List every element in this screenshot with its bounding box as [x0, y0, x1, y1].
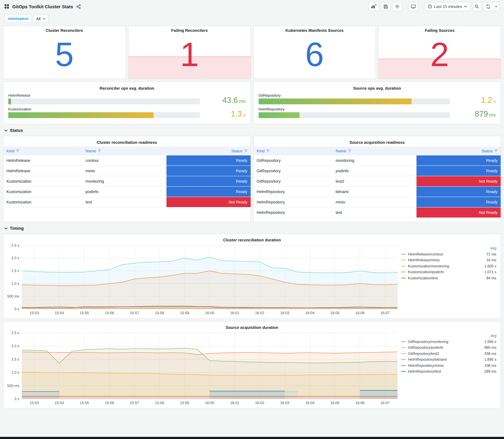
- svg-text:15:54: 15:54: [55, 311, 64, 315]
- status-badge: Ready: [417, 166, 501, 176]
- legend-item-gitrepository-podinfo[interactable]: GitRepository/podinfo980 ms: [401, 345, 497, 351]
- column-header-name[interactable]: Name: [83, 146, 166, 155]
- refresh-interval-button[interactable]: [493, 2, 500, 11]
- column-label: Status: [481, 149, 493, 153]
- time-picker-button[interactable]: Last 15 minutes: [424, 2, 470, 11]
- time-series-plot[interactable]: 15:5315:5415:5515:5615:5715:5815:5916:00…: [6, 330, 401, 406]
- gauge-value-number: 43.6: [222, 96, 238, 105]
- bottom-edge: [0, 437, 504, 439]
- cell-status: Not Ready: [417, 207, 501, 218]
- svg-text:16:04: 16:04: [305, 401, 314, 405]
- gauge-value-number: 1.3: [231, 109, 242, 118]
- svg-text:2.5 s: 2.5 s: [11, 331, 19, 335]
- variable-namespace-select[interactable]: All: [33, 15, 49, 23]
- legend-series-swatch: [401, 365, 406, 366]
- panel-title: Cluster reconciliation duration: [6, 236, 498, 242]
- column-header-kind[interactable]: Kind: [254, 146, 333, 155]
- legend-item-helmrepository-minio[interactable]: HelmRepository/minio108 ms: [401, 363, 497, 368]
- legend-item-helmrelease-minio[interactable]: HelmRelease/minio16 ms: [401, 257, 497, 263]
- table-row: HelmRepositoryminioReady: [254, 197, 501, 207]
- column-header-status[interactable]: Status: [417, 146, 501, 155]
- panel-title: Cluster Reconcilers: [3, 26, 125, 33]
- save-dashboard-button[interactable]: [381, 2, 391, 11]
- legend-item-kustomization-test[interactable]: Kustomization/test84 ms: [401, 275, 497, 281]
- section-row-status[interactable]: Status: [3, 127, 501, 133]
- clock-icon: [428, 4, 432, 9]
- status-badge: Ready: [166, 187, 250, 197]
- column-header-name[interactable]: Name: [333, 146, 417, 155]
- legend-series-name: HelmRepository/bitnami: [408, 357, 484, 362]
- time-series-plot[interactable]: 15:5315:5415:5515:5615:5715:5815:5916:00…: [6, 242, 401, 316]
- cell-status: Ready: [417, 186, 501, 197]
- legend-series-avg: 16 ms: [486, 258, 497, 262]
- cycle-view-button[interactable]: [408, 2, 418, 11]
- table-header-row: KindNameStatus: [3, 146, 250, 155]
- chart-legend: avgHelmRelease/contour71 msHelmRelease/m…: [401, 242, 498, 316]
- table-row: GitRepositorypodinfoReady: [254, 166, 501, 176]
- column-header-kind[interactable]: Kind: [3, 146, 83, 155]
- svg-text:16:07: 16:07: [380, 401, 390, 405]
- cell-status: Ready: [166, 166, 250, 176]
- filter-icon: [16, 149, 19, 153]
- gauge-value-number: 879: [475, 109, 488, 118]
- gauge-row-helmrelease: HelmRelease43.6ms: [8, 92, 246, 104]
- monitor-icon: [411, 4, 416, 9]
- cell-name: test: [83, 197, 166, 207]
- legend-item-gitrepository-monitoring[interactable]: GitRepository/monitoring1.594 s: [401, 339, 497, 345]
- svg-text:16:00: 16:00: [205, 311, 214, 315]
- legend-item-helmrepository-test[interactable]: HelmRepository/test289 ms: [401, 368, 497, 375]
- cell-kind: GitRepository: [254, 155, 333, 166]
- svg-text:16:00: 16:00: [205, 401, 214, 405]
- legend-series-swatch: [401, 371, 406, 372]
- svg-text:500 ms: 500 ms: [7, 384, 19, 388]
- legend-item-kustomization-monitoring[interactable]: Kustomization/monitoring1.605 s: [401, 263, 497, 269]
- legend-item-helmrelease-contour[interactable]: HelmRelease/contour71 ms: [401, 251, 497, 257]
- legend-series-swatch: [401, 254, 406, 255]
- gauge-label: HelmRelease: [8, 93, 200, 98]
- refresh-button[interactable]: [483, 2, 493, 11]
- save-icon: [383, 4, 388, 9]
- column-header-status[interactable]: Status: [166, 146, 250, 155]
- gauge-label: Kustomization: [8, 107, 200, 111]
- template-variables-row: namespace All: [0, 13, 504, 26]
- cell-kind: Kustomization: [3, 186, 83, 197]
- column-label: Name: [336, 149, 346, 153]
- gauge-panel-source-ops-avg-duration: Source ops avg. durationGitRepository1.2…: [253, 81, 501, 124]
- svg-text:0 s: 0 s: [14, 307, 19, 311]
- gauge-value-number: 1.2: [481, 96, 492, 105]
- zoom-out-button[interactable]: [472, 2, 482, 11]
- section-row-timing[interactable]: Timing: [3, 225, 501, 231]
- cell-name: minio: [333, 197, 417, 207]
- cell-name: podinfo: [83, 186, 166, 197]
- legend-series-avg: 108 ms: [484, 364, 497, 368]
- cell-kind: GitRepository: [254, 166, 333, 176]
- dashboard-title: GitOps Toolkit Cluster Stats: [12, 4, 73, 9]
- dashboard-settings-button[interactable]: [392, 2, 402, 11]
- add-panel-button[interactable]: [369, 2, 379, 11]
- share-icon[interactable]: [76, 4, 81, 9]
- cell-name: minio: [83, 166, 166, 176]
- legend-series-name: GitRepository/podinfo: [408, 345, 484, 350]
- legend-series-swatch: [401, 353, 406, 354]
- cell-kind: HelmRelease: [3, 155, 83, 166]
- legend-item-kustomization-podinfo[interactable]: Kustomization/podinfo1.071 s: [401, 269, 497, 275]
- panel-title: Source acquisition duration: [6, 323, 498, 330]
- table-row: KustomizationpodinfoReady: [3, 186, 250, 197]
- filter-icon: [348, 149, 351, 153]
- cell-status: Not Ready: [417, 176, 501, 186]
- refresh-icon: [486, 4, 491, 9]
- legend-series-name: GitRepository/monitoring: [408, 340, 484, 344]
- legend-item-helmrepository-bitnami[interactable]: HelmRepository/bitnami1.695 s: [401, 356, 497, 363]
- legend-series-name: HelmRelease/minio: [408, 258, 486, 262]
- legend-series-avg: 1.695 s: [484, 357, 497, 362]
- chevron-down-icon: [4, 227, 8, 229]
- svg-text:15:53: 15:53: [30, 401, 39, 405]
- gauge-value: 1.2s: [450, 96, 496, 104]
- legend-item-gitrepository-test2[interactable]: GitRepository/test2338 ms: [401, 351, 497, 356]
- legend-series-avg: 289 ms: [484, 369, 497, 374]
- add-panel-icon: [371, 4, 377, 9]
- table-panels-row: Cluster reconciliation readinessKindName…: [3, 136, 501, 222]
- cell-name: podinfo: [333, 166, 417, 176]
- svg-text:16:03: 16:03: [280, 401, 289, 405]
- dashboard-grid-icon[interactable]: [4, 4, 9, 9]
